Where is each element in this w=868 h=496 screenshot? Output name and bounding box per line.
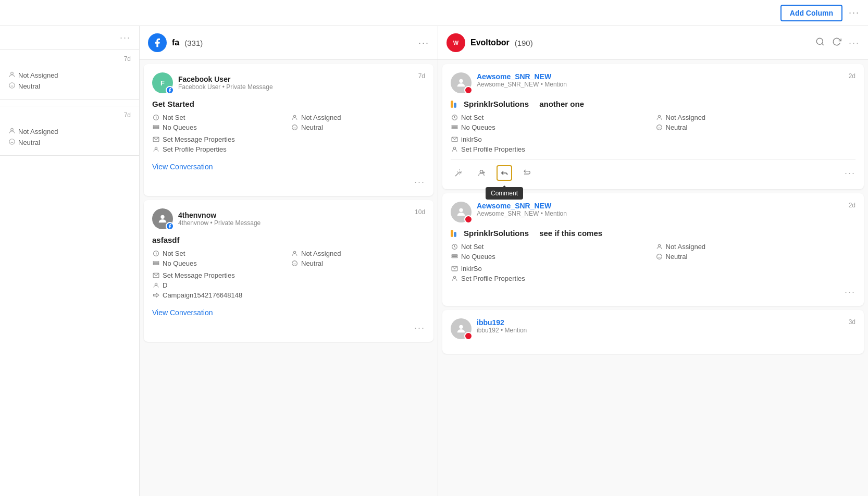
left-card1-time: 7d bbox=[124, 55, 131, 63]
envelope-icon-r2 bbox=[451, 265, 458, 272]
neutral-icon-2 bbox=[8, 138, 16, 147]
right-item2-user-block: Aewsome_SNR_NEW Aewsome_SNR_NEW • Mentio… bbox=[477, 202, 844, 217]
mid-card2-no-queues: No Queues bbox=[152, 259, 287, 267]
weibo-icon: W bbox=[447, 33, 465, 52]
mid-card2-set-msg-props: Set Message Properties bbox=[152, 271, 425, 279]
mid-card2-fb-badge bbox=[166, 222, 174, 230]
right-item2-neutral: Neutral bbox=[655, 253, 856, 261]
mid-card1-sub: Facebook User • Private Message bbox=[178, 83, 413, 91]
svg-rect-29 bbox=[452, 128, 457, 129]
svg-line-24 bbox=[822, 43, 823, 45]
comment-tooltip: Comment bbox=[486, 187, 523, 200]
right-item2-props: Not Set Not Assigned No Queues bbox=[451, 243, 855, 261]
right-panel-title: Evoltobor bbox=[470, 38, 510, 47]
svg-point-38 bbox=[459, 208, 463, 212]
left-card1-neutral: Neutral bbox=[18, 82, 40, 90]
envelope-icon-2 bbox=[152, 271, 160, 279]
mid-card2-props: Not Set Not Assigned No Queues bbox=[152, 250, 425, 267]
left-card2-not-assigned: Not Assigned bbox=[18, 128, 58, 135]
mid-card1-user-info: Facebook User Facebook User • Private Me… bbox=[178, 75, 413, 91]
svg-line-34 bbox=[455, 172, 460, 176]
sprinklr-bar1 bbox=[451, 101, 453, 108]
right-item1-time: 2d bbox=[849, 72, 855, 80]
person-icon-r2 bbox=[655, 243, 663, 251]
svg-point-35 bbox=[480, 170, 482, 173]
right-item1-user-block: Aewsome_SNR_NEW Aewsome_SNR_NEW • Mentio… bbox=[477, 72, 844, 88]
reply-icon[interactable]: Comment bbox=[497, 165, 512, 181]
mid-card1-view-conversation[interactable]: View Conversation bbox=[152, 163, 213, 171]
right-item-3: ibbu192 ibbu192 • Mention 3d bbox=[442, 310, 864, 354]
mid-card2-user-info: 4thenvnow 4thenvnow • Private Message bbox=[178, 211, 410, 227]
main-layout: ··· 7d Not Assigned Neutral bbox=[0, 26, 868, 496]
right-item1-weibo-badge bbox=[464, 86, 473, 94]
right-item2-brand: SprinklrSolutions bbox=[464, 229, 529, 238]
svg-point-23 bbox=[816, 38, 823, 44]
right-item3-username: ibbu192 bbox=[477, 318, 844, 327]
svg-point-27 bbox=[658, 115, 660, 117]
left-card2-time: 7d bbox=[124, 111, 131, 119]
right-item1-set-profile-props: Set Profile Properties bbox=[451, 145, 855, 153]
mid-card1-props: Not Set Not Assigned No Queues bbox=[152, 114, 425, 131]
profile-icon-r1 bbox=[451, 145, 458, 153]
right-panel-dots[interactable]: ··· bbox=[849, 38, 860, 48]
right-item3-weibo-badge bbox=[464, 332, 473, 340]
mid-panel-count: (331) bbox=[184, 39, 203, 47]
clock-icon-r1 bbox=[451, 114, 458, 121]
svg-rect-41 bbox=[452, 255, 457, 256]
right-item1-inklrso: inklrSo bbox=[451, 135, 855, 143]
svg-point-10 bbox=[292, 125, 297, 130]
mid-card2-footer-dots[interactable]: ··· bbox=[152, 323, 425, 333]
right-item2-no-queues: No Queues bbox=[451, 253, 651, 261]
mid-card2-message: asfasdf bbox=[152, 235, 425, 244]
svg-point-33 bbox=[453, 147, 455, 149]
wand-icon[interactable] bbox=[451, 165, 466, 181]
svg-rect-28 bbox=[452, 126, 457, 127]
undo-icon[interactable] bbox=[519, 165, 535, 181]
queue-icon-2 bbox=[152, 259, 160, 267]
topbar-more-icon[interactable]: ··· bbox=[849, 7, 860, 18]
right-item1-header: Aewsome_SNR_NEW Aewsome_SNR_NEW • Mentio… bbox=[451, 72, 855, 93]
neutral-icon-r2 bbox=[655, 253, 663, 261]
item1-footer-dots[interactable]: ··· bbox=[845, 168, 855, 179]
right-item2-header: Aewsome_SNR_NEW Aewsome_SNR_NEW • Mentio… bbox=[451, 202, 855, 222]
mid-card1-not-set: Not Set bbox=[152, 114, 287, 121]
queue-icon-r2 bbox=[451, 253, 458, 261]
mid-card2-neutral: Neutral bbox=[291, 259, 425, 267]
mid-panel-dots[interactable]: ··· bbox=[418, 38, 429, 48]
neutral-icon bbox=[8, 82, 16, 91]
right-item3-user-block: ibbu192 ibbu192 • Mention bbox=[477, 318, 844, 334]
right-item-2: Aewsome_SNR_NEW Aewsome_SNR_NEW • Mentio… bbox=[442, 193, 864, 306]
right-item1-no-queues: No Queues bbox=[451, 123, 651, 131]
mid-card1-username: Facebook User bbox=[178, 75, 413, 83]
mid-panel-title: fa bbox=[172, 38, 179, 47]
right-item3-sub: ibbu192 • Mention bbox=[477, 327, 844, 334]
left-panel-dots[interactable]: ··· bbox=[120, 32, 131, 43]
right-item2-sub: Aewsome_SNR_NEW • Mention bbox=[477, 210, 844, 217]
right-item2-msg-text: see if this comes bbox=[539, 229, 602, 238]
svg-point-0 bbox=[11, 72, 14, 75]
right-item2-weibo-badge bbox=[464, 215, 473, 224]
right-item2-footer-dots[interactable]: ··· bbox=[451, 287, 855, 297]
right-item1-username: Aewsome_SNR_NEW bbox=[477, 72, 844, 81]
right-item1-brand: SprinklrSolutions bbox=[464, 100, 529, 108]
assign-icon[interactable] bbox=[474, 165, 489, 181]
mid-card1-no-queues: No Queues bbox=[152, 123, 287, 131]
refresh-icon[interactable] bbox=[832, 37, 841, 49]
search-icon[interactable] bbox=[815, 37, 825, 49]
mid-card1-header: F Facebook User Facebook User • Private … bbox=[152, 72, 425, 93]
add-column-button[interactable]: Add Column bbox=[780, 5, 842, 21]
neutral-icon-r1 bbox=[655, 123, 663, 131]
svg-point-1 bbox=[9, 83, 15, 89]
right-item2-inklrso: inklrSo bbox=[451, 265, 855, 272]
mid-card2-username: 4thenvnow bbox=[178, 211, 410, 219]
svg-point-3 bbox=[11, 128, 14, 131]
right-item1-not-assigned: Not Assigned bbox=[655, 114, 856, 121]
svg-point-7 bbox=[293, 115, 295, 117]
mid-card1-footer-dots[interactable]: ··· bbox=[152, 177, 425, 188]
svg-rect-8 bbox=[153, 126, 159, 127]
right-item1-msg-text: another one bbox=[539, 100, 584, 108]
mid-card2-view-conversation[interactable]: View Conversation bbox=[152, 308, 213, 317]
queue-icon bbox=[152, 123, 160, 131]
sprinklr-bar2-2 bbox=[454, 232, 456, 237]
person-icon-2 bbox=[8, 127, 16, 136]
